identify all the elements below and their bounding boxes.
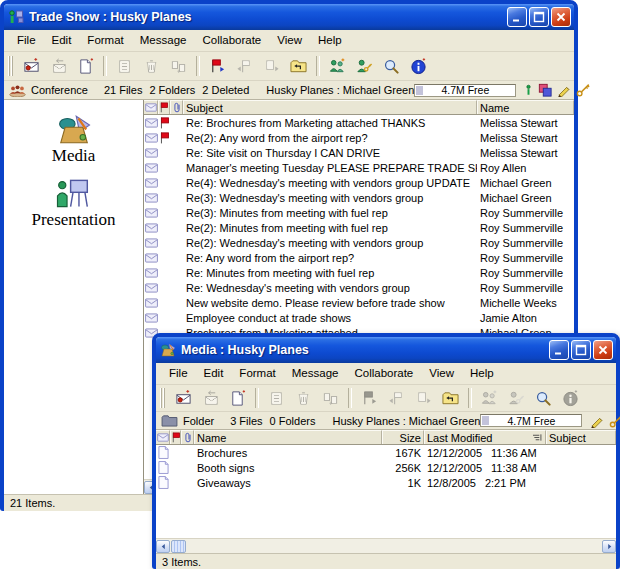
maximize-button[interactable] bbox=[571, 340, 591, 360]
maximize-button[interactable] bbox=[529, 7, 549, 27]
toolbar-separator bbox=[255, 388, 259, 408]
menu-item[interactable]: Help bbox=[462, 365, 502, 382]
new-document-icon[interactable] bbox=[73, 55, 98, 78]
message-row[interactable]: Re(2): Minutes from meeting with fuel re… bbox=[144, 220, 574, 235]
container-type-label: Conference bbox=[31, 84, 88, 96]
split-icon[interactable] bbox=[166, 55, 191, 78]
up-folder-icon[interactable] bbox=[438, 387, 463, 410]
envelope-column-header[interactable] bbox=[144, 100, 158, 114]
file-list-pane: Name Size Last Modified Subject Brochure… bbox=[156, 430, 616, 553]
message-row[interactable]: Re(3): Wednesday's meeting with vendors … bbox=[144, 190, 574, 205]
prev-flag-icon[interactable] bbox=[384, 387, 409, 410]
menu-item[interactable]: Edit bbox=[196, 365, 232, 382]
menu-item[interactable]: Message bbox=[132, 32, 195, 49]
menu-item[interactable]: Edit bbox=[44, 32, 80, 49]
close-icon bbox=[596, 343, 610, 357]
minimize-button[interactable] bbox=[549, 340, 569, 360]
search-icon[interactable] bbox=[531, 387, 556, 410]
size-column-header[interactable]: Size bbox=[382, 430, 424, 444]
minimize-button[interactable] bbox=[507, 7, 527, 27]
toolbar-separator bbox=[103, 56, 107, 76]
message-row[interactable]: Re: Site visit on Thursday I CAN DRIVE M… bbox=[144, 145, 574, 160]
message-row[interactable]: Re(3): Minutes from meeting with fuel re… bbox=[144, 205, 574, 220]
reply-icon[interactable] bbox=[46, 55, 71, 78]
toolbar-grip-handle[interactable] bbox=[160, 388, 166, 408]
menu-item[interactable]: Collaborate bbox=[194, 32, 269, 49]
menu-item[interactable]: View bbox=[269, 32, 310, 49]
history-icon[interactable] bbox=[264, 387, 289, 410]
name-column-header[interactable]: Name bbox=[477, 100, 574, 114]
message-row[interactable]: New website demo. Please review before t… bbox=[144, 295, 574, 310]
subject-column-header[interactable]: Subject bbox=[183, 100, 477, 114]
get-info-icon[interactable] bbox=[558, 387, 583, 410]
flag-column-header[interactable] bbox=[158, 100, 170, 114]
message-row[interactable]: Re: Wednesday's meeting with vendors gro… bbox=[144, 280, 574, 295]
get-info-icon[interactable] bbox=[406, 55, 431, 78]
key-icon bbox=[576, 83, 590, 97]
flag-icon[interactable] bbox=[205, 55, 230, 78]
attachment-column-header[interactable] bbox=[170, 100, 183, 114]
envelope-column-header[interactable] bbox=[156, 430, 170, 444]
message-row[interactable]: Re(2): Wednesday's meeting with vendors … bbox=[144, 235, 574, 250]
menu-item[interactable]: File bbox=[9, 32, 44, 49]
new-message-icon[interactable] bbox=[19, 55, 44, 78]
next-flag-icon[interactable] bbox=[411, 387, 436, 410]
menu-item[interactable]: View bbox=[421, 365, 462, 382]
menu-item[interactable]: Format bbox=[231, 365, 283, 382]
scrollbar-thumb[interactable] bbox=[171, 540, 186, 553]
toolbar-icon bbox=[77, 58, 94, 75]
message-row[interactable]: Manager's meeting Tuesday PLEASE PREPARE… bbox=[144, 160, 574, 175]
new-message-icon[interactable] bbox=[171, 387, 196, 410]
split-icon[interactable] bbox=[318, 387, 343, 410]
file-row[interactable]: Brochures 167K 12/12/200511:36 AM bbox=[156, 445, 616, 460]
sidebar-item[interactable]: Presentation bbox=[31, 178, 115, 229]
message-envelope-icon bbox=[145, 283, 158, 293]
attachment-column-header[interactable] bbox=[181, 430, 194, 444]
next-flag-icon[interactable] bbox=[259, 55, 284, 78]
prev-flag-icon[interactable] bbox=[232, 55, 257, 78]
toolbar-grip-handle[interactable] bbox=[8, 56, 14, 76]
file-row[interactable]: Giveaways 1K 12/8/20052:21 PM bbox=[156, 475, 616, 490]
message-row[interactable]: Re: Minutes from meeting with fuel rep R… bbox=[144, 265, 574, 280]
toolbar-icon bbox=[143, 58, 160, 75]
trade-show-title-bar[interactable]: Trade Show : Husky Planes bbox=[4, 4, 574, 30]
flag-icon[interactable] bbox=[357, 387, 382, 410]
file-row[interactable]: Booth signs 256K 12/12/200511:38 AM bbox=[156, 460, 616, 475]
message-row[interactable]: Re(4): Wednesday's meeting with vendors … bbox=[144, 175, 574, 190]
who-is-online-icon[interactable] bbox=[325, 55, 350, 78]
menu-item[interactable]: Help bbox=[310, 32, 350, 49]
menu-item[interactable]: Message bbox=[284, 365, 347, 382]
scroll-right-button[interactable] bbox=[602, 540, 616, 553]
up-folder-icon[interactable] bbox=[286, 55, 311, 78]
name-column-header[interactable]: Name bbox=[194, 430, 382, 444]
message-row[interactable]: Re: Any word from the airport rep? Roy S… bbox=[144, 250, 574, 265]
menu-item[interactable]: File bbox=[161, 365, 196, 382]
who-is-online-icon[interactable] bbox=[477, 387, 502, 410]
flag-column-header[interactable] bbox=[170, 430, 181, 444]
new-document-icon[interactable] bbox=[225, 387, 250, 410]
message-row[interactable]: Re: Brochures from Marketing attached TH… bbox=[144, 115, 574, 130]
subject-column-header[interactable]: Subject bbox=[546, 430, 616, 444]
permissions-icon[interactable] bbox=[504, 387, 529, 410]
reply-icon[interactable] bbox=[198, 387, 223, 410]
modified-column-header[interactable]: Last Modified bbox=[424, 430, 546, 444]
history-icon[interactable] bbox=[112, 55, 137, 78]
search-icon[interactable] bbox=[379, 55, 404, 78]
paperclip-icon bbox=[173, 102, 181, 113]
media-title-bar[interactable]: Media : Husky Planes bbox=[156, 337, 616, 363]
delete-icon[interactable] bbox=[139, 55, 164, 78]
message-envelope-icon bbox=[145, 178, 158, 188]
toolbar bbox=[4, 52, 574, 81]
delete-icon[interactable] bbox=[291, 387, 316, 410]
horizontal-scrollbar[interactable] bbox=[156, 538, 616, 553]
close-button[interactable] bbox=[593, 340, 613, 360]
close-button[interactable] bbox=[551, 7, 571, 27]
message-row[interactable]: Employee conduct at trade shows Jamie Al… bbox=[144, 310, 574, 325]
sidebar-item[interactable]: Media bbox=[52, 114, 95, 165]
menu-item[interactable]: Format bbox=[79, 32, 131, 49]
menu-item[interactable]: Collaborate bbox=[346, 365, 421, 382]
message-row[interactable]: Re(2): Any word from the airport rep? Me… bbox=[144, 130, 574, 145]
sidebar-item-icon bbox=[54, 178, 92, 209]
scroll-left-button[interactable] bbox=[156, 540, 170, 553]
permissions-icon[interactable] bbox=[352, 55, 377, 78]
